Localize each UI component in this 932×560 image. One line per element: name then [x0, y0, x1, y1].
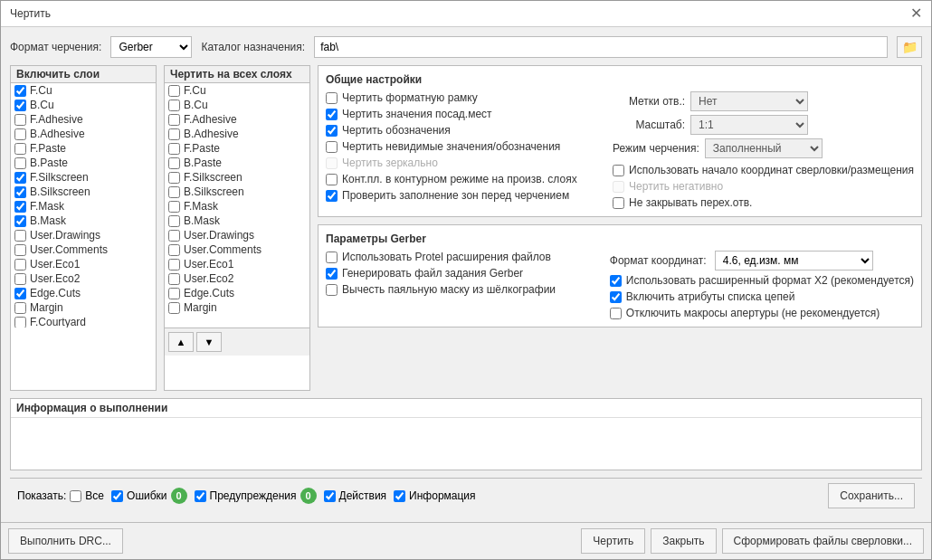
folder-button[interactable]: 📁	[897, 36, 922, 58]
gerber-params-box: Параметры Gerber Использовать Protel рас…	[318, 224, 922, 327]
layer-label: F.Silkscreen	[184, 171, 243, 184]
layer-checkbox[interactable]	[168, 302, 180, 314]
draw-button[interactable]: Чертить	[581, 528, 645, 554]
gs-checkbox[interactable]	[326, 125, 338, 137]
gs-option-label: Чертить обозначения	[342, 124, 451, 137]
layer-checkbox[interactable]	[14, 244, 26, 256]
layer-checkbox[interactable]	[14, 128, 26, 140]
gs-checkbox[interactable]	[326, 174, 338, 185]
scroll-down-button[interactable]: ▼	[196, 332, 222, 352]
close-button[interactable]: Закрыть	[651, 528, 716, 554]
layer-checkbox[interactable]	[168, 157, 180, 169]
gs-checkbox[interactable]	[326, 92, 338, 104]
layer-checkbox[interactable]	[14, 317, 26, 328]
layer-label: Edge.Cuts	[184, 287, 234, 299]
gs-option-row: Не закрывать перех.отв.	[613, 196, 914, 209]
include-layers-header: Включить слои	[11, 66, 156, 83]
gp-option-label: Генерировать файл задания Gerber	[342, 267, 523, 280]
gerber-files-button[interactable]: Сформировать файлы сверловки...	[722, 528, 924, 554]
gs-option-row: Чертить негативно	[613, 180, 914, 193]
layer-label: User.Comments	[30, 243, 108, 256]
layer-checkbox[interactable]	[14, 143, 26, 155]
layer-checkbox[interactable]	[14, 259, 26, 271]
layer-checkbox[interactable]	[14, 85, 26, 97]
layer-checkbox[interactable]	[14, 302, 26, 314]
layer-checkbox[interactable]	[14, 157, 26, 169]
gs-checkbox[interactable]	[326, 109, 338, 120]
action-buttons-row: Выполнить DRC... Чертить Закрыть Сформир…	[1, 522, 931, 559]
errors-label: Ошибки	[127, 489, 167, 502]
list-item: B.Silkscreen	[11, 185, 156, 199]
layer-checkbox[interactable]	[168, 215, 180, 227]
layer-checkbox[interactable]	[168, 128, 180, 140]
layer-checkbox[interactable]	[168, 244, 180, 256]
layer-checkbox[interactable]	[168, 230, 180, 242]
scale-select[interactable]: 1:1	[690, 115, 808, 135]
gp-checkbox[interactable]	[326, 252, 338, 263]
info-checkbox[interactable]	[394, 490, 405, 502]
layer-checkbox[interactable]	[168, 143, 180, 155]
scroll-up-button[interactable]: ▲	[168, 332, 194, 352]
gs-option-label: Чертить форматную рамку	[342, 91, 478, 104]
catalog-input[interactable]	[314, 36, 888, 58]
layer-checkbox[interactable]	[14, 201, 26, 213]
gs-checkbox[interactable]	[326, 141, 338, 153]
layer-label: User.Eco2	[184, 272, 233, 285]
show-label: Показать:	[17, 489, 66, 502]
layer-checkbox[interactable]	[168, 288, 180, 299]
draw-all-layers-list[interactable]: F.CuB.CuF.AdhesiveB.AdhesiveF.PasteB.Pas…	[165, 83, 309, 327]
info-filter-label: Информация	[409, 489, 475, 502]
layer-checkbox[interactable]	[14, 172, 26, 184]
top-row: Формат черчения: Gerber Каталог назначен…	[10, 36, 922, 58]
layer-checkbox[interactable]	[168, 85, 180, 97]
layer-checkbox[interactable]	[168, 259, 180, 271]
format-coord-select[interactable]: 4.6, ед.изм. мм	[715, 251, 873, 271]
show-all-checkbox[interactable]	[70, 490, 81, 502]
layer-checkbox[interactable]	[168, 172, 180, 184]
list-item: F.Paste	[11, 141, 156, 156]
layer-checkbox[interactable]	[14, 273, 26, 285]
gs-checkbox[interactable]	[613, 197, 624, 209]
gs-checkbox[interactable]	[613, 165, 624, 176]
gs-option-label: Конт.пл. в контурном режиме на произв. с…	[342, 173, 577, 185]
list-item: B.Mask	[11, 214, 156, 228]
save-button[interactable]: Сохранить...	[828, 483, 915, 508]
layer-checkbox[interactable]	[168, 186, 180, 198]
layer-label: B.Cu	[184, 99, 208, 111]
gs-option-row: Чертить обозначения	[326, 124, 598, 137]
layer-checkbox[interactable]	[168, 114, 180, 126]
warnings-checkbox[interactable]	[195, 490, 206, 502]
drc-button[interactable]: Выполнить DRC...	[8, 528, 123, 554]
gs-option-row: Чертить форматную рамку	[326, 91, 598, 104]
gerber-left-options: Использовать Protel расширения файловГен…	[326, 251, 595, 319]
marks-select[interactable]: Нет	[690, 91, 808, 111]
gp-checkbox[interactable]	[610, 308, 622, 319]
mode-select[interactable]: Заполненный	[705, 138, 823, 158]
general-settings-right: Использовать начало координат сверловки/…	[613, 164, 914, 209]
gp-checkbox[interactable]	[326, 268, 338, 280]
layer-checkbox[interactable]	[168, 100, 180, 111]
layer-checkbox[interactable]	[14, 215, 26, 227]
gp-checkbox[interactable]	[610, 291, 622, 303]
layer-checkbox[interactable]	[168, 273, 180, 285]
layer-checkbox[interactable]	[14, 100, 26, 111]
layer-checkbox[interactable]	[14, 288, 26, 299]
gs-checkbox[interactable]	[326, 190, 338, 202]
format-select[interactable]: Gerber	[110, 36, 192, 58]
layer-label: B.Mask	[30, 214, 66, 227]
list-item: F.Courtyard	[11, 315, 156, 327]
close-icon[interactable]: ✕	[910, 6, 922, 21]
gp-option-row: Использовать расширенный формат X2 (реко…	[610, 274, 914, 287]
layer-checkbox[interactable]	[168, 201, 180, 213]
gp-checkbox[interactable]	[326, 284, 338, 296]
errors-checkbox[interactable]	[111, 490, 123, 502]
layer-checkbox[interactable]	[14, 230, 26, 242]
gs-option-row: Чертить значения посад.мест	[326, 108, 598, 120]
gp-checkbox[interactable]	[610, 275, 622, 287]
layer-checkbox[interactable]	[14, 114, 26, 126]
layer-checkbox[interactable]	[14, 186, 26, 198]
layer-label: B.Paste	[184, 157, 222, 169]
list-item: Margin	[165, 300, 309, 315]
actions-checkbox[interactable]	[324, 490, 336, 502]
include-layers-list[interactable]: F.CuB.CuF.AdhesiveB.AdhesiveF.PasteB.Pas…	[11, 83, 156, 327]
